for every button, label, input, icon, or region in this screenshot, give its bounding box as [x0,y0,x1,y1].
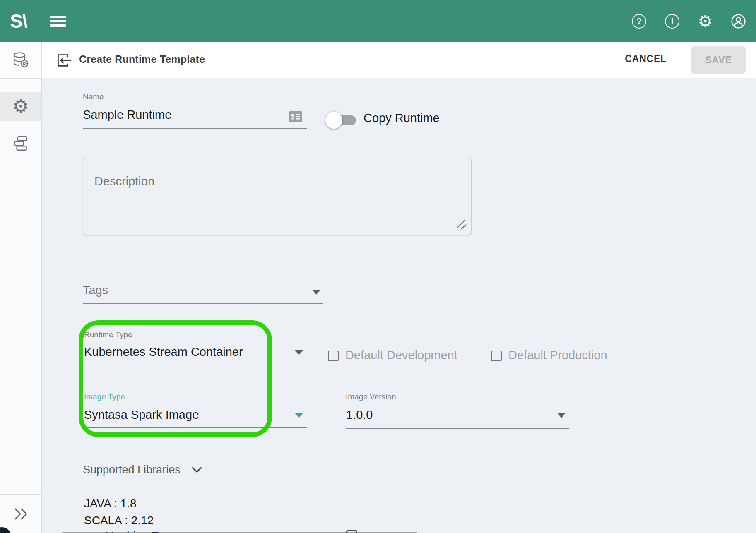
default-development-label: Default Development [345,348,457,362]
supported-libraries-label: Supported Libraries [83,463,181,476]
description-textarea[interactable]: Description [83,157,472,235]
description-placeholder: Description [94,175,154,188]
info-icon[interactable]: i [665,14,680,29]
image-type-underline [84,427,307,428]
cutoff-icon [346,530,357,533]
runtime-type-label: Runtime Type [84,330,132,339]
sidebar-item-templates[interactable] [0,129,41,158]
stack-icon [12,135,29,152]
tags-input[interactable]: Tags [83,283,108,297]
settings-icon[interactable]: ⚙ [698,14,713,29]
image-type-select[interactable]: Syntasa Spark Image [84,408,199,422]
image-type-label: Image Type [84,392,125,401]
double-chevron-right-icon [13,507,29,521]
help-icon[interactable]: ? [631,14,647,29]
name-label: Name [83,92,104,101]
form-panel: Name Sample Runtime Copy Runtime Descrip… [42,78,756,533]
cancel-button[interactable]: CANCEL [622,53,669,65]
chevron-down-icon [191,466,202,473]
app-logo: S\ [10,10,27,32]
name-input[interactable]: Sample Runtime [83,108,171,122]
resize-handle-icon[interactable] [455,219,466,230]
tags-dropdown-arrow-icon[interactable] [312,290,320,295]
exit-left-icon [54,51,72,70]
page-title: Create Runtime Template [79,53,205,65]
image-version-dropdown-arrow-icon[interactable] [557,413,566,418]
gear-wrench-icon: ⚙ [12,97,29,115]
runtime-type-dropdown-arrow-icon[interactable] [295,350,303,355]
image-version-underline [346,428,569,429]
toolbar: Create Runtime Template CANCEL SAVE [42,42,756,78]
person-circle-icon [731,14,746,29]
runtime-type-select[interactable]: Kubernetes Stream Container [84,345,243,359]
supported-libraries-toggle[interactable]: Supported Libraries [83,463,202,476]
toggle-knob [325,112,342,129]
default-development-checkbox[interactable] [328,351,339,361]
sidebar-item-data-runs[interactable] [0,42,41,79]
runtime-type-underline [84,367,307,367]
sidebar: ⚙ [0,42,42,533]
account-icon[interactable] [731,14,746,29]
app-window: S\ ? i ⚙ [0,0,756,533]
image-type-dropdown-arrow-icon[interactable] [295,413,303,418]
tags-underline [83,303,323,304]
app-header: S\ ? i ⚙ [0,0,756,42]
library-scala: SCALA : 2.12 [84,514,154,527]
sidebar-expand-button[interactable] [0,494,41,533]
name-underline [83,128,307,129]
database-play-icon [11,50,31,70]
menu-icon[interactable] [50,16,66,27]
copy-runtime-label: Copy Runtime [364,111,440,125]
cutoff-machine-type-label: Machine Type [105,529,177,533]
image-version-label: Image Version [346,392,396,401]
sidebar-item-settings[interactable]: ⚙ [0,92,41,121]
back-button[interactable] [54,51,72,70]
default-production-label: Default Production [508,348,607,362]
library-java: JAVA : 1.8 [84,497,137,510]
default-production-checkbox[interactable] [491,351,502,361]
contact-card-icon [289,111,302,122]
save-button[interactable]: SAVE [691,46,746,74]
image-version-select[interactable]: 1.0.0 [346,408,373,422]
